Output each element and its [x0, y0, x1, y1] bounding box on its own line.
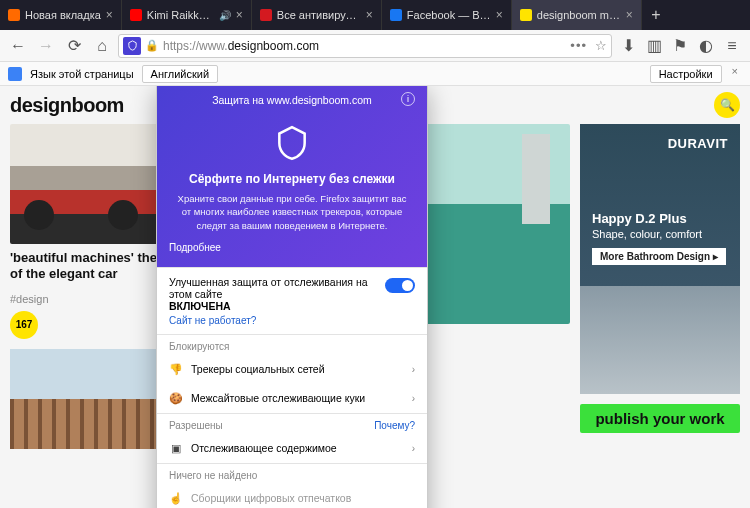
tracking-icon: ▣: [169, 442, 183, 455]
page-actions-icon[interactable]: •••: [570, 38, 587, 53]
ad-subtitle: Shape, colour, comfort: [592, 228, 728, 240]
panel-heading: Сёрфите по Интернету без слежки: [169, 172, 415, 186]
chevron-right-icon: ›: [412, 364, 415, 375]
ad-brand: DURAVIT: [592, 136, 728, 151]
tab-strip: Новая вкладка× Kimi Raikkonen's Great…🔊×…: [0, 0, 750, 30]
tab-new[interactable]: Новая вкладка×: [0, 0, 122, 30]
tab-facebook[interactable]: Facebook — Выполните в…×: [382, 0, 512, 30]
panel-none-heading: Ничего не найдено: [169, 470, 257, 481]
extensions-icon[interactable]: ⚑: [668, 34, 692, 58]
tab-designboom[interactable]: designboom magazine | y…×: [512, 0, 642, 30]
navbar: ← → ⟳ ⌂ 🔒 https://www.designboom.com •••…: [0, 30, 750, 62]
panel-description: Храните свои данные при себе. Firefox за…: [169, 192, 415, 232]
chevron-right-icon: ›: [412, 393, 415, 404]
back-button[interactable]: ←: [6, 34, 30, 58]
protection-toggle[interactable]: [385, 278, 415, 293]
fingerprint-icon: ☝: [169, 492, 183, 505]
tab-youtube[interactable]: Kimi Raikkonen's Great…🔊×: [122, 0, 252, 30]
cookie-icon: 🍪: [169, 392, 183, 405]
translate-settings-button[interactable]: Настройки: [650, 65, 722, 83]
close-icon[interactable]: ×: [496, 8, 503, 22]
close-icon[interactable]: ×: [626, 8, 633, 22]
account-icon[interactable]: ◐: [694, 34, 718, 58]
panel-crosssite-cookies[interactable]: 🍪Межсайтовые отслеживающие куки›: [157, 384, 427, 413]
translate-icon: [8, 67, 22, 81]
panel-blocked-heading: Блокируются: [169, 341, 230, 352]
article-badge[interactable]: 167: [10, 311, 38, 339]
ad-cta-button[interactable]: More Bathroom Design ▸: [592, 248, 726, 265]
ad-banner[interactable]: DURAVIT Happy D.2 Plus Shape, colour, co…: [580, 124, 740, 394]
info-icon[interactable]: i: [401, 92, 415, 106]
close-icon[interactable]: ×: [366, 8, 373, 22]
panel-site-not-working-link[interactable]: Сайт не работает?: [169, 315, 377, 326]
thumbs-icon: 👎: [169, 363, 183, 376]
translate-bar: Язык этой страницы Английский Настройки …: [0, 62, 750, 86]
home-button[interactable]: ⌂: [90, 34, 114, 58]
close-icon[interactable]: ×: [106, 8, 113, 22]
tab-antivirus[interactable]: Все антивирусы. Скачат…×: [252, 0, 382, 30]
url-text: https://www.designboom.com: [163, 39, 319, 53]
panel-why-link[interactable]: Почему?: [374, 420, 415, 431]
forward-button[interactable]: →: [34, 34, 58, 58]
protection-panel: Защита на www.designboom.com i Сёрфите п…: [156, 86, 428, 508]
menu-icon[interactable]: ≡: [720, 34, 744, 58]
reload-button[interactable]: ⟳: [62, 34, 86, 58]
panel-tracking-content[interactable]: ▣Отслеживающее содержимое›: [157, 434, 427, 463]
translate-close-button[interactable]: ×: [728, 65, 742, 83]
panel-enhanced-label: Улучшенная защита от отслеживания на это…: [169, 276, 368, 300]
panel-learn-more-link[interactable]: Подробнее: [169, 242, 415, 253]
shield-icon[interactable]: [123, 37, 141, 55]
url-bar[interactable]: 🔒 https://www.designboom.com ••• ☆: [118, 34, 612, 58]
translate-label: Язык этой страницы: [30, 68, 134, 80]
chevron-right-icon: ›: [412, 443, 415, 454]
panel-enabled-label: ВКЛЮЧЕНА: [169, 300, 231, 312]
panel-fingerprinters: ☝Сборщики цифровых отпечатков: [157, 484, 427, 508]
sound-icon[interactable]: 🔊: [219, 10, 231, 21]
library-icon[interactable]: ▥: [642, 34, 666, 58]
bookmark-icon[interactable]: ☆: [595, 38, 607, 53]
panel-allowed-heading: Разрешены: [169, 420, 223, 431]
shield-icon: [273, 124, 311, 162]
page-content: designboom 🔍 'beautiful machines' the er…: [0, 86, 750, 508]
publish-button[interactable]: publish your work: [580, 404, 740, 433]
close-icon[interactable]: ×: [236, 8, 243, 22]
downloads-icon[interactable]: ⬇: [616, 34, 640, 58]
new-tab-button[interactable]: +: [642, 0, 670, 30]
ad-headline: Happy D.2 Plus: [592, 211, 728, 226]
panel-social-trackers[interactable]: 👎Трекеры социальных сетей›: [157, 355, 427, 384]
panel-site-label: Защита на www.designboom.com: [212, 94, 372, 106]
lock-icon[interactable]: 🔒: [145, 39, 159, 52]
site-logo[interactable]: designboom: [10, 94, 124, 117]
translate-detected-button[interactable]: Английский: [142, 65, 219, 83]
search-button[interactable]: 🔍: [714, 92, 740, 118]
